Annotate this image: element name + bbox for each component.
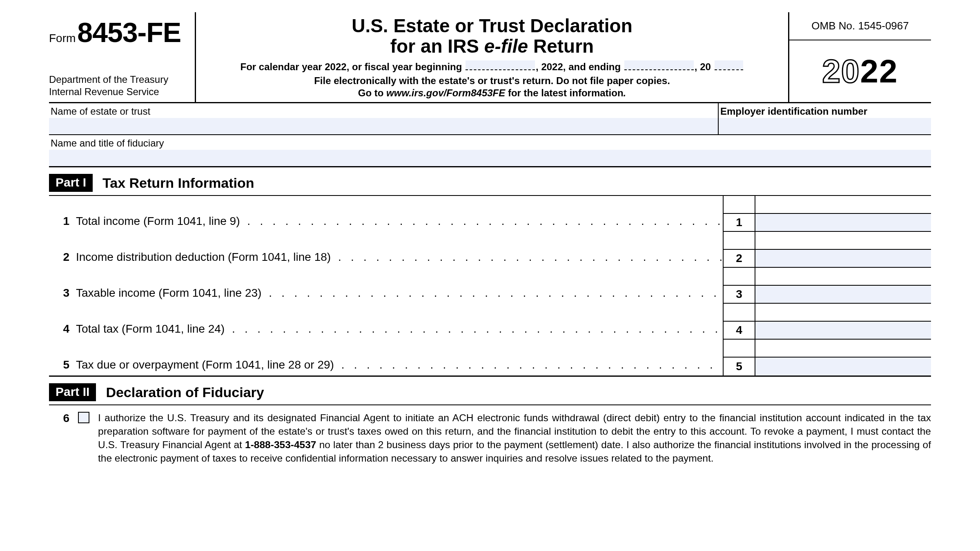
tax-year: 2022 (789, 40, 931, 102)
table-row: 4 Total tax (Form 1041, line 24) 4 (49, 304, 931, 340)
title-line1: U.S. Estate or Trust Declaration (204, 15, 780, 37)
table-row: 3 Taxable income (Form 1041, line 23) 3 (49, 268, 931, 304)
fiscal-year-line: For calendar year 2022, or fiscal year b… (204, 60, 780, 73)
line-number: 3 (49, 268, 69, 304)
fiduciary-row: Name and title of fiduciary (49, 135, 931, 167)
fiduciary-label: Name and title of fiduciary (49, 135, 931, 150)
part2-badge: Part II (49, 383, 96, 401)
declaration-text: I authorize the U.S. Treasury and its de… (98, 411, 931, 465)
part1-badge: Part I (49, 174, 93, 192)
part1-title: Tax Return Information (102, 175, 254, 191)
part1-heading: Part I Tax Return Information (49, 167, 931, 196)
instruction-line1: File electronically with the estate's or… (204, 75, 780, 87)
line-desc: Tax due or overpayment (Form 1041, line … (69, 340, 723, 375)
dept-line1: Department of the Treasury (49, 73, 191, 86)
table-row: 5 Tax due or overpayment (Form 1041, lin… (49, 340, 931, 375)
part2-heading: Part II Declaration of Fiduciary (49, 377, 931, 405)
line5-amount-input[interactable] (755, 358, 931, 375)
omb-number: OMB No. 1545-0967 (789, 12, 931, 40)
department-block: Department of the Treasury Internal Reve… (49, 73, 191, 98)
name-ein-row: Name of estate or trust Employer identif… (49, 103, 931, 135)
table-row: 1 Total income (Form 1041, line 9) 1 (49, 196, 931, 232)
table-row: 2 Income distribution deduction (Form 10… (49, 232, 931, 268)
line6-number: 6 (49, 411, 69, 465)
header-left: Form8453-FE Department of the Treasury I… (49, 12, 196, 102)
part2-title: Declaration of Fiduciary (106, 384, 264, 400)
line-number: 5 (49, 340, 69, 375)
form-number: 8453-FE (77, 16, 181, 48)
estate-name-label: Name of estate or trust (49, 103, 718, 118)
estate-name-input[interactable] (49, 118, 718, 134)
line-desc: Total tax (Form 1041, line 24) (69, 304, 723, 340)
ein-label: Employer identification number (719, 103, 931, 118)
form-header: Form8453-FE Department of the Treasury I… (49, 12, 931, 103)
line2-amount-input[interactable] (755, 250, 931, 268)
line-number: 4 (49, 304, 69, 340)
form-word: Form (49, 32, 76, 45)
line-desc: Total income (Form 1041, line 9) (69, 196, 723, 232)
header-right: OMB No. 1545-0967 2022 (788, 12, 931, 102)
fy-end-year-input[interactable] (715, 60, 743, 70)
line-desc: Income distribution deduction (Form 1041… (69, 232, 723, 268)
fiduciary-input[interactable] (49, 150, 931, 166)
line4-amount-input[interactable] (755, 322, 931, 340)
line3-amount-input[interactable] (755, 286, 931, 304)
line-desc: Taxable income (Form 1041, line 23) (69, 268, 723, 304)
fy-end-input[interactable] (624, 60, 694, 70)
part1-table: 1 Total income (Form 1041, line 9) 1 2 I… (49, 196, 931, 377)
line-number: 2 (49, 232, 69, 268)
authorize-checkbox[interactable] (78, 412, 89, 423)
part2-body: 6 I authorize the U.S. Treasury and its … (49, 405, 931, 465)
instruction-line2: Go to www.irs.gov/Form8453FE for the lat… (204, 87, 780, 99)
header-center: U.S. Estate or Trust Declaration for an … (196, 12, 788, 102)
line1-amount-input[interactable] (755, 214, 931, 232)
dept-line2: Internal Revenue Service (49, 86, 191, 98)
title-line2: for an IRS e-file Return (204, 35, 780, 57)
fy-begin-input[interactable] (466, 60, 535, 70)
ein-input[interactable] (719, 118, 931, 134)
line-number: 1 (49, 196, 69, 232)
